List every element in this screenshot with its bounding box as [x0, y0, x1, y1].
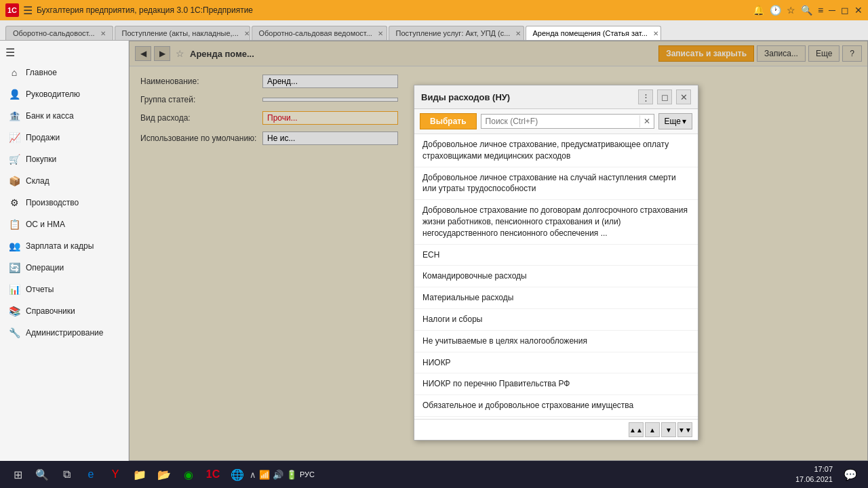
- notification-center-icon[interactable]: 💬: [838, 462, 863, 487]
- sidebar-label-otchety: Отчеты: [26, 285, 54, 294]
- sidebar-item-os-nma[interactable]: 📋 ОС и НМА: [0, 214, 128, 235]
- sidebar-label-proizvodstvo: Производство: [26, 198, 79, 207]
- tab-0-close[interactable]: ✕: [100, 30, 106, 37]
- sidebar-item-rukovoditelyu[interactable]: 👤 Руководителю: [0, 83, 128, 105]
- modal-maximize-button[interactable]: ◻: [657, 89, 672, 104]
- purchases-icon: 🛒: [8, 153, 20, 165]
- tab-4-close[interactable]: ✕: [653, 30, 658, 37]
- sidebar-item-prodazhi[interactable]: 📈 Продажи: [0, 127, 128, 148]
- app-title: Бухгалтерия предприятия, редакция 3.0 1С…: [37, 5, 749, 15]
- edge-icon[interactable]: e: [79, 462, 103, 487]
- tab-2[interactable]: Оборотно-сальдовая ведомост... ✕: [252, 26, 387, 40]
- tabs-bar: Оборотно-сальдовост... ✕ Поступление (ак…: [0, 20, 868, 41]
- search-icon[interactable]: 🔍: [801, 5, 812, 16]
- list-item-7[interactable]: Не учитываемые в целях налогообложения: [414, 331, 698, 352]
- windowsfiles-icon[interactable]: 📂: [152, 462, 176, 487]
- tab-1[interactable]: Поступление (акты, накладные,... ✕: [115, 26, 250, 40]
- sidebar-item-sklad[interactable]: 📦 Склад: [0, 170, 128, 192]
- modal-more-button[interactable]: Еще ▾: [658, 113, 692, 129]
- sidebar-item-glavnoe[interactable]: ⌂ Главное: [0, 62, 128, 83]
- history-icon[interactable]: 🕐: [770, 5, 781, 16]
- sidebar-item-pokupki[interactable]: 🛒 Покупки: [0, 148, 128, 170]
- 1c-icon[interactable]: 1С: [201, 462, 225, 487]
- speaker-icon[interactable]: 🔊: [273, 470, 283, 480]
- hamburger-icon[interactable]: ☰: [23, 4, 33, 17]
- app-logo: 1С: [5, 3, 19, 17]
- app-bar-right: 🔔 🕐 ☆ 🔍 ≡ ─ ◻ ✕: [753, 5, 863, 16]
- list-item-5[interactable]: Материальные расходы: [414, 287, 698, 309]
- list-item-4[interactable]: Командировочные расходы: [414, 266, 698, 287]
- modal-menu-icon[interactable]: ⋮: [638, 89, 653, 104]
- taskbar-date-display: 17.06.2021: [795, 474, 833, 485]
- minimize-icon[interactable]: ─: [829, 5, 835, 16]
- modal-close-button[interactable]: ✕: [676, 89, 691, 104]
- modal-footer: ▲▲ ▲ ▼ ▼▼: [414, 419, 698, 440]
- tab-2-label: Оборотно-сальдовая ведомост...: [259, 29, 372, 37]
- sidebar-item-zarplata[interactable]: 👥 Зарплата и кадры: [0, 235, 128, 257]
- menu-extra-icon[interactable]: ≡: [818, 5, 823, 16]
- network-icon[interactable]: 📶: [259, 470, 270, 480]
- sidebar-top: ☰: [0, 43, 128, 62]
- notification-icon[interactable]: 🔔: [753, 5, 764, 16]
- sidebar-item-administrirovanie[interactable]: 🔧 Администрирование: [0, 322, 128, 344]
- sidebar-label-operacii: Операции: [26, 263, 64, 272]
- battery-icon[interactable]: 🔋: [286, 470, 297, 480]
- modal-title: Виды расходов (НУ): [421, 92, 510, 102]
- tab-2-close[interactable]: ✕: [378, 30, 383, 37]
- sidebar-item-spravochniki[interactable]: 📚 Справочники: [0, 300, 128, 322]
- person-icon: 👤: [8, 88, 20, 100]
- chevron-down-icon: ▾: [682, 117, 686, 126]
- search-input[interactable]: [481, 115, 639, 128]
- language-indicator[interactable]: РУС: [300, 470, 315, 479]
- sidebar-item-bank[interactable]: 🏦 Банк и касса: [0, 105, 128, 127]
- scroll-up-button[interactable]: ▲: [645, 422, 660, 437]
- admin-icon: 🔧: [8, 327, 20, 339]
- tab-3-close[interactable]: ✕: [515, 30, 521, 37]
- list-item-0[interactable]: Добровольное личное страхование, предусм…: [414, 134, 698, 167]
- production-icon: ⚙: [8, 197, 20, 209]
- yandex-icon[interactable]: Y: [103, 462, 127, 487]
- sidebar-item-operacii[interactable]: 🔄 Операции: [0, 257, 128, 279]
- search-taskbar-icon[interactable]: 🔍: [30, 462, 54, 487]
- list-item-6[interactable]: Налоги и сборы: [414, 309, 698, 331]
- windows-start-button[interactable]: ⊞: [5, 462, 30, 487]
- taskbar-clock[interactable]: 17:07 17.06.2021: [795, 464, 838, 485]
- system-tray: ∧ 📶 🔊 🔋 РУС: [250, 470, 320, 480]
- files-icon[interactable]: 📁: [127, 462, 152, 487]
- payroll-icon: 👥: [8, 240, 20, 252]
- tab-3[interactable]: Поступление услуг: Акт, УПД (с... ✕: [389, 26, 524, 40]
- search-clear-icon[interactable]: ✕: [639, 115, 654, 127]
- sidebar-item-proizvodstvo[interactable]: ⚙ Производство: [0, 192, 128, 214]
- tab-1-close[interactable]: ✕: [244, 30, 250, 37]
- list-item-10[interactable]: Обязательное и добровольное страхование …: [414, 395, 698, 417]
- taskview-icon[interactable]: ⧉: [54, 462, 79, 487]
- sidebar-label-pokupki: Покупки: [26, 155, 56, 164]
- close-icon[interactable]: ✕: [854, 5, 863, 16]
- tab-4[interactable]: Аренда помещения (Статья зат... ✕: [526, 26, 661, 40]
- list-item-8[interactable]: НИОКР: [414, 352, 698, 374]
- tray-arrow-icon[interactable]: ∧: [250, 470, 256, 480]
- operations-icon: 🔄: [8, 262, 20, 274]
- sidebar-toggle-icon[interactable]: ☰: [5, 46, 15, 59]
- sidebar-item-otchety[interactable]: 📊 Отчеты: [0, 279, 128, 300]
- chrome-icon[interactable]: ◉: [176, 462, 201, 487]
- list-item-2[interactable]: Добровольное страхование по договорам до…: [414, 200, 698, 244]
- restore-icon[interactable]: ◻: [841, 5, 849, 16]
- app2-icon[interactable]: 🌐: [225, 462, 250, 487]
- sidebar-label-os-nma: ОС и НМА: [26, 220, 65, 229]
- star-icon[interactable]: ☆: [787, 5, 795, 16]
- select-button[interactable]: Выбрать: [420, 113, 477, 129]
- sidebar-label-glavnoe: Главное: [26, 68, 57, 77]
- scroll-bottom-button[interactable]: ▼▼: [677, 422, 692, 437]
- sidebar-label-spravochniki: Справочники: [26, 306, 75, 316]
- scroll-down-button[interactable]: ▼: [661, 422, 676, 437]
- list-item-3[interactable]: ЕСН: [414, 245, 698, 266]
- scroll-top-button[interactable]: ▲▲: [629, 422, 644, 437]
- list-item-1[interactable]: Добровольное личное страхование на случа…: [414, 167, 698, 201]
- tab-0-label: Оборотно-сальдовост...: [13, 29, 95, 37]
- tab-0[interactable]: Оборотно-сальдовост... ✕: [5, 26, 113, 40]
- main-area: ☰ ⌂ Главное 👤 Руководителю 🏦 Банк и касс…: [0, 41, 868, 461]
- sidebar: ☰ ⌂ Главное 👤 Руководителю 🏦 Банк и касс…: [0, 41, 129, 461]
- list-item-9[interactable]: НИОКР по перечню Правительства РФ: [414, 373, 698, 395]
- home-icon: ⌂: [8, 66, 20, 79]
